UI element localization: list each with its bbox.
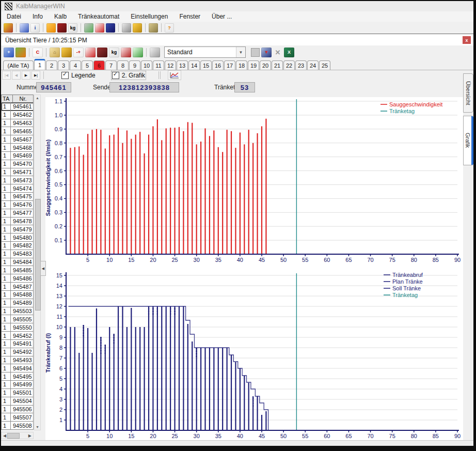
animal-row-945507[interactable]: 1945507: [2, 413, 34, 422]
animal-row-945501[interactable]: 1945501: [2, 389, 34, 397]
animal-row-945474[interactable]: 1945474: [2, 184, 34, 193]
tab-1[interactable]: 1: [34, 59, 45, 70]
animal-row-945550[interactable]: 1945550: [2, 323, 34, 332]
scroll-down-icon[interactable]: ▼: [35, 424, 40, 430]
remove-add-icon[interactable]: -+: [73, 48, 84, 57]
column-header-ta[interactable]: TA: [2, 95, 13, 102]
alarm-refresh-icon[interactable]: C: [33, 48, 43, 57]
tab-5[interactable]: 5: [82, 60, 93, 70]
home-icon[interactable]: ⌂: [50, 48, 60, 57]
side-tab-grafik[interactable]: Grafik: [463, 116, 473, 165]
menu-item-ueber[interactable]: Über ...: [206, 13, 237, 20]
graph-settings-button[interactable]: [168, 70, 181, 80]
scale-icon[interactable]: [84, 23, 93, 33]
paperclip-icon[interactable]: [122, 23, 131, 33]
last-record-button[interactable]: ▶|: [31, 71, 40, 80]
tab-10[interactable]: 10: [141, 60, 152, 70]
collapse-list-button[interactable]: ◀: [40, 261, 46, 276]
tab-18[interactable]: 18: [236, 60, 247, 70]
animal-row-945452[interactable]: 1945452: [2, 332, 34, 340]
vertical-scroll-thumb[interactable]: [35, 199, 41, 310]
animal-row-945492[interactable]: 1945492: [2, 348, 34, 356]
animal-row-945461[interactable]: 1945461: [2, 103, 34, 111]
animal-row-945484[interactable]: 1945484: [2, 258, 34, 267]
tab-15[interactable]: 15: [200, 60, 212, 70]
animal-row-945479[interactable]: 1945479: [2, 225, 34, 234]
kg-icon[interactable]: kg: [68, 23, 77, 33]
animal-row-945473[interactable]: 1945473: [2, 176, 34, 184]
animal-row-945482[interactable]: 1945482: [2, 242, 34, 250]
hourglass-icon[interactable]: [106, 23, 115, 33]
menu-item-info[interactable]: Info: [27, 13, 49, 20]
menu-item-kalb[interactable]: Kalb: [49, 13, 72, 20]
tab-21[interactable]: 21: [272, 60, 283, 70]
tab-7[interactable]: 7: [105, 60, 117, 70]
animal-row-945485[interactable]: 1945485: [2, 266, 34, 274]
animal-row-945495[interactable]: 1945495: [2, 372, 34, 381]
animal-row-945480[interactable]: 1945480: [2, 234, 34, 242]
kg-weight-icon[interactable]: kg: [109, 48, 119, 57]
tab-25[interactable]: 25: [319, 60, 330, 70]
animal-row-945478[interactable]: 1945478: [2, 217, 34, 226]
tab-22[interactable]: 22: [283, 60, 295, 70]
print-graph-icon[interactable]: [150, 48, 160, 57]
animal-row-945471[interactable]: 1945471: [2, 168, 34, 177]
tab-2[interactable]: 2: [46, 60, 57, 70]
tab-11[interactable]: 11: [153, 60, 164, 70]
animal-row-945470[interactable]: 1945470: [2, 160, 34, 168]
alarm-clock-icon[interactable]: [121, 48, 131, 57]
print-list-icon[interactable]: [57, 23, 67, 33]
prev-record-button[interactable]: ◀: [12, 71, 21, 80]
tab-14[interactable]: 14: [188, 60, 200, 70]
animal-row-945463[interactable]: 1945463: [2, 119, 34, 128]
animal-row-945505[interactable]: 1945505: [2, 315, 34, 323]
tab-3[interactable]: 3: [58, 60, 69, 70]
tab-alle-ta[interactable]: (Alle TA): [3, 60, 34, 70]
excel-export-icon[interactable]: X: [284, 48, 294, 57]
animal-row-945468[interactable]: 1945468: [2, 144, 34, 152]
animal-row-945504[interactable]: 1945504: [2, 397, 34, 406]
animal-row-945491[interactable]: 1945491: [2, 340, 34, 348]
animal-row-945483[interactable]: 1945483: [2, 250, 34, 258]
scroll-right-icon[interactable]: ▶: [28, 433, 31, 438]
chevron-down-icon[interactable]: ▼: [236, 47, 245, 57]
animal-row-945486[interactable]: 1945486: [2, 274, 34, 283]
tab-17[interactable]: 17: [224, 60, 235, 70]
delete-profile-icon[interactable]: ✕: [273, 48, 282, 57]
animal-list-horizontal-scrollbar[interactable]: ◀ ▶: [1, 432, 34, 439]
alarm-vehicle-icon[interactable]: [95, 23, 104, 33]
feed-dispenser-icon[interactable]: [97, 48, 107, 57]
menu-item-traenkeautomat[interactable]: Tränkeautomat: [72, 13, 125, 20]
help-icon[interactable]: ?: [165, 23, 174, 33]
animal-row-945475[interactable]: 1945475: [2, 193, 34, 201]
scroll-left-icon[interactable]: ◀: [3, 433, 6, 438]
carrot-feed-icon[interactable]: [15, 48, 26, 57]
tab-13[interactable]: 13: [177, 60, 188, 70]
tab-19[interactable]: 19: [248, 60, 259, 70]
animal-row-945469[interactable]: 1945469: [2, 152, 34, 160]
overview-window-icon[interactable]: [20, 23, 29, 33]
legend-checkbox-box[interactable]: [61, 72, 69, 79]
lock-icon[interactable]: [61, 48, 72, 57]
animal-row-945489[interactable]: 1945489: [2, 299, 34, 307]
tab-8[interactable]: 8: [117, 60, 129, 70]
column-header-nr[interactable]: Nr.: [13, 95, 33, 102]
tab-12[interactable]: 12: [165, 60, 176, 70]
second-graph-checkbox-box[interactable]: [112, 72, 119, 79]
next-record-button[interactable]: ▶: [22, 71, 30, 80]
new-entry-icon[interactable]: +: [4, 48, 14, 57]
animal-table-icon[interactable]: [46, 23, 56, 33]
tab-24[interactable]: 24: [307, 60, 319, 70]
menu-item-datei[interactable]: Datei: [1, 13, 27, 20]
animal-row-945508[interactable]: 1945508: [2, 422, 34, 430]
second-graph-checkbox[interactable]: 2. Grafik: [112, 72, 145, 79]
tab-23[interactable]: 23: [295, 60, 307, 70]
bell-icon[interactable]: [133, 23, 142, 33]
animal-row-945488[interactable]: 1945488: [2, 291, 34, 299]
close-document-button[interactable]: x: [463, 36, 471, 44]
animal-row-945503[interactable]: 1945503: [2, 307, 34, 316]
menu-item-einstellungen[interactable]: Einstellungen: [125, 13, 173, 20]
plug-icon[interactable]: [149, 23, 158, 33]
info-icon[interactable]: i: [30, 23, 40, 33]
animal-row-945462[interactable]: 1945462: [2, 111, 34, 119]
